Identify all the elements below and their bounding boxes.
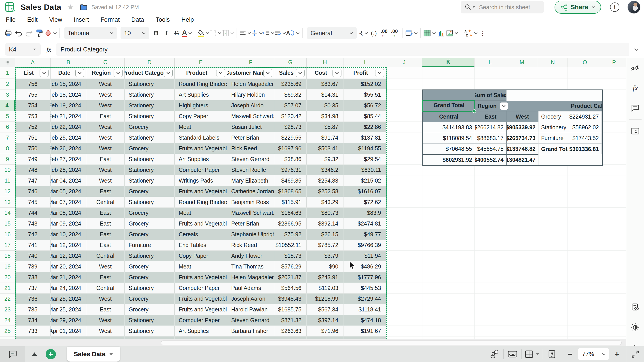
cell[interactable]: $3948.43 [274,293,306,304]
pivot-col-header-east[interactable]: East [475,111,506,122]
filter-chip-icon[interactable] [296,69,304,77]
cell[interactable]: $83.9 [344,208,386,218]
cell[interactable]: $1118.41 [344,304,386,315]
pivot-row-label[interactable]: Grocery [538,111,568,122]
freeze-panes-button[interactable] [525,348,540,360]
cell[interactable]: East [86,240,124,251]
clear-format-button[interactable] [44,27,57,39]
cell[interactable]: 751 [15,132,50,143]
cell[interactable]: $11.94 [344,251,386,261]
cell[interactable]: $85.44 [344,111,386,122]
cell[interactable]: $1697.96 [274,143,306,154]
cell[interactable]: Grocery [124,293,175,304]
row-header-4[interactable]: 4 [0,100,15,111]
font-color-button[interactable]: A [182,27,192,39]
cell[interactable]: Mar 12, 2024 [50,240,86,251]
table-header-cost[interactable]: Cost [306,67,344,79]
empty-cell[interactable] [568,218,602,229]
cell[interactable]: Stationery [124,165,175,175]
cell[interactable]: West [86,261,124,272]
cell[interactable]: Standard Labels [175,132,227,143]
empty-cell[interactable] [602,283,626,293]
empty-cell[interactable] [422,175,474,186]
cell[interactable]: Copy Paper [175,251,227,261]
empty-cell[interactable] [568,240,602,251]
empty-cell[interactable] [506,186,538,197]
row-header-8[interactable]: 8 [0,143,15,154]
pivot-table[interactable]: Sum of Sales Region Grand Total Product … [422,90,603,166]
zoom-in-button[interactable]: + [611,348,623,360]
empty-cell[interactable] [474,218,506,229]
cell[interactable]: $0.35 [306,100,344,111]
filter-chip-icon[interactable] [75,69,84,77]
undo-button[interactable] [14,27,24,39]
cell[interactable]: $2729.44 [344,293,386,304]
wrap-text-button[interactable] [274,27,286,39]
cell[interactable]: $1616.07 [344,186,386,197]
empty-cell[interactable] [422,240,474,251]
column-header-C[interactable]: C [86,58,124,67]
cell[interactable]: $397.14 [306,315,344,326]
cell[interactable]: $29.54 [344,154,386,165]
cell[interactable]: 745 [15,197,50,208]
empty-cell[interactable] [506,218,538,229]
table-header-list[interactable]: List [15,67,50,79]
empty-cell[interactable] [506,326,538,336]
cell[interactable]: Fruits and Vegetables [175,218,227,229]
sheet-list-button[interactable] [32,352,37,356]
cell[interactable]: Feb 18, 2024 [50,90,86,100]
pivot-title-cell[interactable]: Sum of Sales [475,90,506,101]
empty-cell[interactable] [422,79,474,90]
cell[interactable]: Catherine Jordan [227,186,274,197]
row-header-12[interactable]: 12 [0,186,15,197]
row-header-15[interactable]: 15 [0,218,15,229]
cell[interactable]: Susan Juliet [227,122,274,132]
cell[interactable]: Feb 25, 2024 [50,132,86,143]
row-header-19[interactable]: 19 [0,261,15,272]
empty-cell[interactable] [506,197,538,208]
cell[interactable]: Rick Reed [227,143,274,154]
empty-cell[interactable] [386,283,422,293]
empty-cell[interactable] [422,208,474,218]
pivot-grand-total-cell[interactable]: $133746.82 [506,144,538,154]
font-size-select[interactable]: 10 [120,27,149,39]
empty-cell[interactable] [538,304,568,315]
cell[interactable]: $71.96 [306,326,344,336]
cell[interactable]: East [86,304,124,315]
cell[interactable]: $215.02 [344,175,386,186]
empty-cell[interactable] [602,154,626,165]
empty-cell[interactable] [474,208,506,218]
filter-chip-icon[interactable] [164,69,173,77]
row-header-25[interactable]: 25 [0,326,15,336]
empty-cell[interactable] [474,283,506,293]
cell[interactable]: Feb 26, 2024 [50,143,86,154]
vertical-align-button[interactable] [251,27,263,39]
embed-panel-icon[interactable] [626,121,644,141]
empty-cell[interactable] [538,272,568,283]
cell[interactable]: Maxwell Schwartz [227,111,274,122]
cell[interactable]: Meat [175,261,227,272]
empty-cell[interactable] [386,100,422,111]
column-header-B[interactable]: B [50,58,86,67]
empty-cell[interactable] [422,293,474,304]
decrease-decimal-button[interactable]: .00← [379,27,389,39]
insert-image-button[interactable] [446,27,458,39]
cell[interactable]: Rick Reed [227,240,274,251]
row-header-17[interactable]: 17 [0,240,15,251]
cell[interactable] [274,336,306,339]
cell[interactable]: West [86,79,124,90]
pivot-grand-total-cell[interactable]: $1304821.47 [506,154,538,165]
cell[interactable]: Writings Pads [175,175,227,186]
pivot-grand-total-cell[interactable]: $905339.92 [506,122,538,133]
cell[interactable]: Feb 22, 2024 [50,122,86,132]
cell[interactable]: East [86,186,124,197]
empty-cell[interactable] [602,79,626,90]
empty-cell[interactable] [568,175,602,186]
cell[interactable]: 736 [15,293,50,304]
empty-cell[interactable] [474,326,506,336]
empty-cell[interactable] [386,218,422,229]
empty-cell[interactable] [474,175,506,186]
empty-cell[interactable] [386,79,422,90]
cell[interactable]: $243.91 [306,272,344,283]
cell[interactable] [175,336,227,339]
